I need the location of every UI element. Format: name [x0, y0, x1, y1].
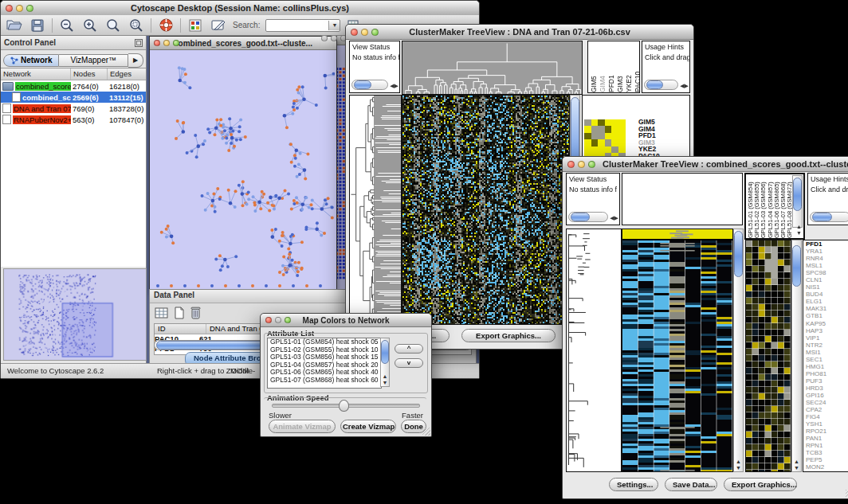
treeview2-heatmap[interactable]: [622, 229, 733, 472]
zoom-button[interactable]: [26, 5, 33, 12]
attribute-table-icon[interactable]: [155, 307, 169, 319]
gene-item[interactable]: MAK31: [803, 305, 848, 312]
gene-item[interactable]: PUF3: [803, 377, 848, 385]
close-button[interactable]: [567, 161, 575, 168]
close-button[interactable]: [321, 36, 328, 41]
gene-item[interactable]: BUD4: [803, 291, 848, 298]
gene-item[interactable]: NTR2: [803, 342, 848, 349]
gene-item[interactable]: RPN1: [803, 442, 848, 449]
minimize-button[interactable]: [163, 40, 170, 46]
treeview1-row-dendrogram[interactable]: [349, 95, 402, 325]
delete-attribute-icon[interactable]: [190, 306, 202, 319]
view-status-hscroll[interactable]: [351, 80, 388, 90]
scroll-arrows[interactable]: ▲▼: [796, 224, 802, 236]
zoom-button[interactable]: [173, 40, 179, 46]
treeview2-vscroll[interactable]: ▲▼: [733, 229, 744, 472]
gene-item[interactable]: KAP95: [803, 320, 848, 327]
gene-item[interactable]: HRD3: [803, 385, 848, 392]
network-overview[interactable]: [3, 268, 147, 361]
scroll-thumb[interactable]: [792, 245, 801, 287]
scroll-arrows[interactable]: ▲▼: [794, 459, 799, 471]
table-row[interactable]: combined_sco2569(6)13112(15): [1, 92, 146, 103]
tab-network[interactable]: Network: [3, 54, 59, 67]
float-panel-icon[interactable]: [135, 39, 143, 47]
gene-item[interactable]: CPA2: [803, 406, 848, 413]
close-button[interactable]: [265, 317, 272, 323]
gene-item[interactable]: RPO21: [803, 428, 848, 435]
create-vizmap-button[interactable]: Create Vizmap: [340, 420, 396, 433]
gene-item[interactable]: FIG4: [803, 413, 848, 420]
treeview2-detail-heatmap[interactable]: [745, 240, 791, 472]
col-edges[interactable]: Edges: [108, 68, 145, 80]
search-input[interactable]: ▼: [265, 19, 340, 32]
zoom-button[interactable]: [588, 161, 595, 168]
minimize-button[interactable]: [331, 36, 337, 41]
treeview1-column-dendrogram[interactable]: [402, 41, 583, 95]
search-dropdown-icon[interactable]: ▼: [328, 21, 340, 30]
zoom-fit-button[interactable]: [104, 18, 122, 33]
gene-item[interactable]: NIS1: [803, 283, 848, 291]
gene-item[interactable]: TCB3: [803, 449, 848, 456]
network-canvas-1[interactable]: [150, 50, 335, 291]
gene-item[interactable]: MSL1: [803, 262, 848, 269]
export-graphics--button[interactable]: Export Graphics...: [461, 329, 556, 342]
scroll-thumb[interactable]: [734, 231, 743, 277]
gene-item[interactable]: MON2: [803, 463, 848, 471]
gene-item[interactable]: PHO81: [803, 370, 848, 377]
minimize-button[interactable]: [16, 5, 23, 12]
resize-grip[interactable]: [422, 428, 430, 436]
help-lifering-icon[interactable]: [157, 18, 175, 33]
scroll-thumb[interactable]: [812, 213, 832, 221]
move-down-button[interactable]: v: [395, 358, 423, 368]
minimize-button[interactable]: [578, 161, 585, 168]
gene-item[interactable]: SPC98: [803, 269, 848, 276]
close-button[interactable]: [154, 40, 160, 46]
gene-item[interactable]: PFD1: [803, 240, 848, 248]
treeview1-heatmap[interactable]: [402, 95, 570, 325]
dialog-titlebar[interactable]: Map Colors to Network: [261, 314, 431, 327]
scroll-arrows[interactable]: ◀▶: [610, 215, 618, 221]
col-nodes[interactable]: Nodes: [71, 68, 108, 80]
gene-item[interactable]: VIP1: [803, 334, 848, 342]
scroll-thumb[interactable]: [793, 178, 802, 211]
gene-item[interactable]: YRA1: [803, 248, 848, 255]
gene-list-vscroll[interactable]: ▲▼: [791, 240, 802, 472]
gene-item[interactable]: MSI1: [803, 349, 848, 356]
scroll-thumb[interactable]: [354, 80, 371, 89]
open-file-button[interactable]: [6, 18, 23, 33]
col-network[interactable]: Network: [1, 68, 71, 80]
close-button[interactable]: [351, 29, 358, 36]
gene-item[interactable]: SEC1: [803, 356, 848, 363]
treeview1-titlebar[interactable]: ClusterMaker TreeView : DNA and Tran 07-…: [346, 25, 693, 40]
save-button[interactable]: [29, 18, 46, 33]
col-id[interactable]: ID: [155, 324, 206, 334]
attribute-list[interactable]: GPL51-01 (GSM854) heat shock 05 minGPL51…: [267, 338, 382, 389]
table-row[interactable]: combined_scores2764(0)16218(0): [1, 80, 146, 92]
zoom-out-button[interactable]: [58, 18, 76, 33]
zoom-button[interactable]: [371, 29, 379, 36]
main-titlebar[interactable]: Cytoscape Desktop (Session Name: collins…: [1, 1, 479, 16]
gene-item[interactable]: HAP3: [803, 327, 848, 334]
network-view-window-1[interactable]: combined_scores_good.txt--cluste...: [149, 36, 337, 292]
view-status-hscroll[interactable]: [568, 212, 608, 222]
gene-item[interactable]: ELG1: [803, 298, 848, 305]
usage-hints-hscroll[interactable]: [810, 212, 848, 222]
move-up-button[interactable]: ^: [395, 344, 423, 354]
vizmapper-icon[interactable]: [186, 18, 204, 33]
scroll-arrows[interactable]: ▲▼: [736, 459, 741, 471]
export-graphics--button[interactable]: Export Graphics...: [724, 478, 797, 491]
gene-item[interactable]: YSH1: [803, 420, 848, 428]
gene-item[interactable]: GTB1: [803, 312, 848, 319]
gene-item[interactable]: SEC24: [803, 399, 848, 406]
list-item[interactable]: GPL51-07 (GSM868) heat shock 60 min: [268, 377, 381, 385]
new-attribute-icon[interactable]: [174, 307, 185, 319]
scroll-thumb[interactable]: [646, 80, 663, 89]
gene-item[interactable]: RNR4: [803, 255, 848, 262]
scroll-arrows[interactable]: ◀▶: [680, 83, 689, 89]
column-labels-vscroll[interactable]: [792, 175, 803, 228]
gene-item[interactable]: PEP5: [803, 456, 848, 463]
scroll-thumb[interactable]: [381, 340, 389, 364]
tab-vizmapper[interactable]: VizMapper™: [59, 54, 128, 67]
zoom-in-button[interactable]: [81, 18, 99, 33]
scroll-thumb[interactable]: [571, 213, 590, 221]
